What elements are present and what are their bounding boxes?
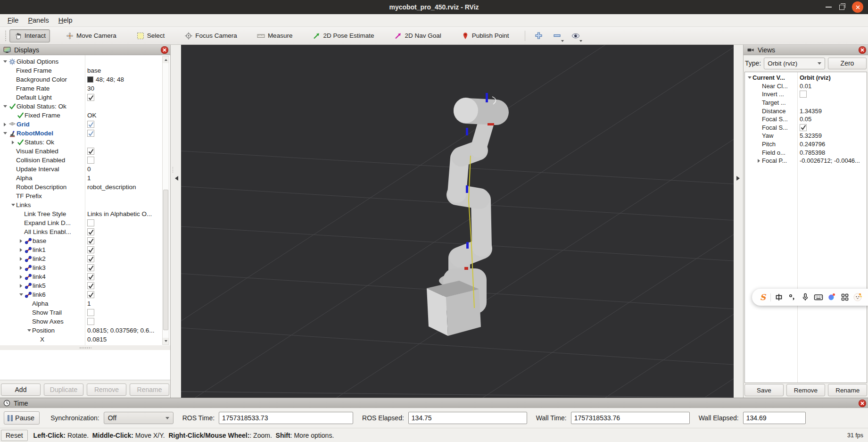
menu-help[interactable]: Help [54,15,77,25]
display-row-global-status-ok[interactable]: Global Status: Ok [0,102,170,111]
view-row-yaw[interactable]: Yaw5.32359 [745,132,867,140]
keyboard-icon[interactable] [812,291,825,304]
minimize-icon[interactable] [826,7,832,8]
time-panel-header[interactable]: Time [0,398,868,408]
view-row-focal-p[interactable]: Focal P...-0.0026712; -0.0046... [745,157,867,165]
expander-icon[interactable] [18,248,24,252]
toolbar-grip[interactable] [5,30,7,42]
display-row-fixed-frame[interactable]: Fixed Framebase [0,66,170,75]
ros-elapsed-input[interactable] [408,412,527,424]
view-row-focal-s[interactable]: Focal S... [745,124,867,132]
expander-icon[interactable] [2,132,8,134]
punctuation-icon[interactable] [785,291,798,304]
checkbox[interactable] [800,91,807,98]
tool-measure[interactable]: Measure [253,29,297,42]
expander-icon[interactable] [2,60,8,63]
display-row-links[interactable]: Links [0,200,170,209]
displays-add-button[interactable]: Add [1,384,41,396]
checkbox[interactable] [800,124,807,131]
display-row-collision-enabled[interactable]: Collision Enabled [0,156,170,165]
views-save-button[interactable]: Save [744,384,784,396]
view-row-distance[interactable]: Distance1.34359 [745,107,867,115]
checkbox[interactable] [87,121,94,128]
display-row-link6[interactable]: link6 [0,290,170,299]
displays-panel-header[interactable]: Displays [0,45,170,55]
expander-icon[interactable] [18,275,24,279]
expander-icon[interactable] [18,284,24,288]
tool-interact[interactable]: Interact [9,29,50,42]
display-row-x[interactable]: X0.0815 [0,335,170,344]
sogou-s-icon[interactable]: S [756,291,769,304]
display-row-all-links-enabl[interactable]: All Links Enabl... [0,227,170,236]
displays-rename-button[interactable]: Rename [130,384,169,396]
checkbox[interactable] [87,255,94,262]
expander-icon[interactable] [10,204,16,206]
tool-move-camera[interactable]: Move Camera [61,29,121,42]
left-panel-splitter[interactable] [171,45,181,398]
expander-icon[interactable] [10,141,16,144]
reset-button[interactable]: Reset [1,430,28,441]
displays-remove-button[interactable]: Remove [87,384,126,396]
zhong-icon[interactable] [772,291,785,304]
emoji-icon[interactable] [851,291,864,304]
checkbox[interactable] [87,148,94,155]
expander-icon[interactable] [26,329,32,332]
display-row-global-options[interactable]: Global Options [0,57,170,66]
zero-button[interactable]: Zero [828,58,867,69]
checkbox[interactable] [87,237,94,244]
displays-scrollbar[interactable] [162,56,169,345]
checkbox[interactable] [87,228,94,235]
views-rename-button[interactable]: Rename [828,384,867,396]
menu-panels[interactable]: Panels [23,15,53,25]
displays-splitter[interactable] [0,345,170,350]
tool-visibility[interactable] [569,29,583,42]
view-row-invert[interactable]: Invert ... [745,90,867,99]
views-close-icon[interactable] [859,46,866,54]
expander-icon[interactable] [18,266,24,270]
views-remove-button[interactable]: Remove [786,384,826,396]
checkbox[interactable] [87,309,94,316]
display-row-status-ok[interactable]: Status: Ok [0,138,170,147]
view-row-target[interactable]: Target ... [745,99,867,107]
display-row-link-tree-style[interactable]: Link Tree StyleLinks in Alphabetic O... [0,209,170,218]
display-row-show-trail[interactable]: Show Trail [0,308,170,317]
display-row-link3[interactable]: link3 [0,263,170,272]
expander-icon[interactable] [2,105,8,108]
checkbox[interactable] [87,219,94,226]
collapse-right-icon[interactable] [736,176,740,181]
display-row-visual-enabled[interactable]: Visual Enabled [0,147,170,156]
ros-time-input[interactable] [219,412,353,424]
display-row-link2[interactable]: link2 [0,254,170,263]
displays-duplicate-button[interactable]: Duplicate [44,384,83,396]
right-panel-splitter[interactable] [734,45,743,398]
collapse-left-icon[interactable] [175,176,178,181]
display-row-update-interval[interactable]: Update Interval0 [0,165,170,174]
color-swatch[interactable] [87,76,93,83]
toolbox-icon[interactable] [838,291,851,304]
tool-zoom-out[interactable] [550,29,564,42]
checkbox[interactable] [87,282,94,289]
display-row-alpha[interactable]: Alpha1 [0,299,170,308]
tool-zoom-in[interactable] [532,29,546,42]
view-row-pitch[interactable]: Pitch0.249796 [745,140,867,149]
display-row-grid[interactable]: Grid [0,120,170,129]
display-row-robotmodel[interactable]: RobotModel [0,129,170,138]
sync-select[interactable]: Off [104,412,174,424]
maximize-icon[interactable] [839,5,844,10]
scroll-down-icon[interactable] [163,338,169,344]
display-row-background-color[interactable]: Background Color48; 48; 48 [0,75,170,84]
display-row-link4[interactable]: link4 [0,272,170,281]
checkbox[interactable] [87,94,94,101]
tool-select[interactable]: Select [132,29,169,42]
checkbox[interactable] [87,264,94,271]
display-row-default-light[interactable]: Default Light [0,93,170,102]
checkbox[interactable] [87,291,94,298]
tool-2d-pose-estimate[interactable]: 2D Pose Estimate [308,29,378,42]
display-row-position[interactable]: Position0.0815; 0.037569; 0.6... [0,326,170,335]
display-row-expand-link-d[interactable]: Expand Link D... [0,218,170,227]
scroll-up-icon[interactable] [163,57,169,63]
expander-icon[interactable] [746,76,752,79]
display-row-link5[interactable]: link5 [0,281,170,290]
views-panel-header[interactable]: Views [744,45,868,55]
close-window-icon[interactable] [852,1,863,13]
